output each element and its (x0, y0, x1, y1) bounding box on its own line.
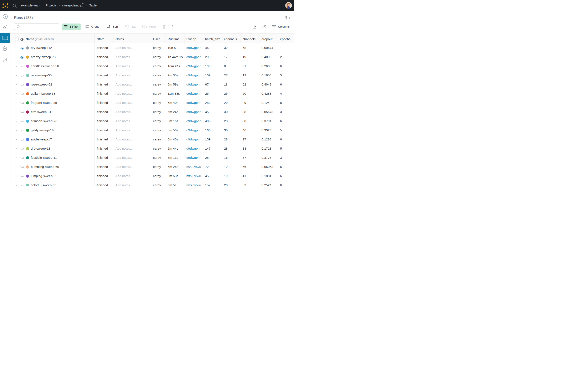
svg-text:i: i (5, 15, 6, 18)
